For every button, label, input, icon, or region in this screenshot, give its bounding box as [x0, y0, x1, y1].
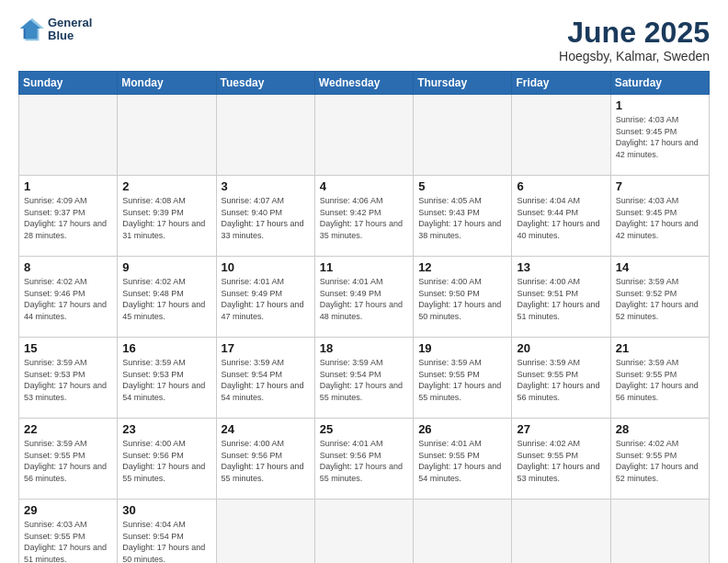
day-info: Sunrise: 4:04 AMSunset: 9:54 PMDaylight:… — [122, 519, 210, 563]
day-number: 6 — [517, 179, 605, 193]
day-info: Sunrise: 3:59 AMSunset: 9:54 PMDaylight:… — [320, 357, 408, 403]
calendar-cell: 30Sunrise: 4:04 AMSunset: 9:54 PMDayligh… — [118, 500, 216, 563]
day-number: 5 — [418, 179, 506, 193]
calendar-cell: 5Sunrise: 4:05 AMSunset: 9:43 PMDaylight… — [414, 176, 512, 257]
day-number: 4 — [320, 179, 408, 193]
day-info: Sunrise: 3:59 AMSunset: 9:52 PMDaylight:… — [616, 276, 704, 322]
day-number: 11 — [320, 260, 408, 274]
calendar-table: SundayMondayTuesdayWednesdayThursdayFrid… — [18, 71, 710, 563]
calendar-cell: 18Sunrise: 3:59 AMSunset: 9:54 PMDayligh… — [314, 338, 413, 419]
calendar-cell: 10Sunrise: 4:01 AMSunset: 9:49 PMDayligh… — [216, 257, 314, 338]
calendar-week-row: 1Sunrise: 4:09 AMSunset: 9:37 PMDaylight… — [19, 176, 710, 257]
calendar-subtitle: Hoegsby, Kalmar, Sweden — [559, 49, 710, 63]
weekday-header-row: SundayMondayTuesdayWednesdayThursdayFrid… — [19, 72, 710, 95]
title-block: June 2025 Hoegsby, Kalmar, Sweden — [559, 17, 710, 63]
calendar-cell: 4Sunrise: 4:06 AMSunset: 9:42 PMDaylight… — [314, 176, 413, 257]
calendar-cell: 28Sunrise: 4:02 AMSunset: 9:55 PMDayligh… — [610, 419, 709, 500]
day-info: Sunrise: 3:59 AMSunset: 9:55 PMDaylight:… — [24, 438, 112, 484]
day-number: 28 — [616, 422, 704, 436]
calendar-cell — [610, 500, 709, 563]
day-number: 9 — [122, 260, 210, 274]
calendar-cell: 27Sunrise: 4:02 AMSunset: 9:55 PMDayligh… — [512, 419, 610, 500]
logo-text: General Blue — [48, 17, 92, 43]
day-number: 25 — [320, 422, 408, 436]
calendar-week-row: 29Sunrise: 4:03 AMSunset: 9:55 PMDayligh… — [19, 500, 710, 563]
weekday-header: Monday — [118, 72, 216, 95]
weekday-header: Thursday — [414, 72, 512, 95]
calendar-cell: 22Sunrise: 3:59 AMSunset: 9:55 PMDayligh… — [19, 419, 118, 500]
calendar-cell: 6Sunrise: 4:04 AMSunset: 9:44 PMDaylight… — [512, 176, 610, 257]
day-info: Sunrise: 4:09 AMSunset: 9:37 PMDaylight:… — [24, 195, 112, 241]
day-info: Sunrise: 3:59 AMSunset: 9:53 PMDaylight:… — [24, 357, 112, 403]
calendar-cell: 15Sunrise: 3:59 AMSunset: 9:53 PMDayligh… — [19, 338, 118, 419]
day-info: Sunrise: 4:03 AMSunset: 9:55 PMDaylight:… — [24, 519, 112, 563]
day-number: 20 — [517, 341, 605, 355]
calendar-cell: 26Sunrise: 4:01 AMSunset: 9:55 PMDayligh… — [414, 419, 512, 500]
day-number: 23 — [122, 422, 210, 436]
calendar-cell — [512, 500, 610, 563]
day-number: 15 — [24, 341, 112, 355]
calendar-cell: 16Sunrise: 3:59 AMSunset: 9:53 PMDayligh… — [118, 338, 216, 419]
calendar-cell: 13Sunrise: 4:00 AMSunset: 9:51 PMDayligh… — [512, 257, 610, 338]
calendar-cell: 19Sunrise: 3:59 AMSunset: 9:55 PMDayligh… — [414, 338, 512, 419]
day-info: Sunrise: 4:02 AMSunset: 9:48 PMDaylight:… — [122, 276, 210, 322]
day-number: 24 — [222, 422, 310, 436]
day-info: Sunrise: 3:59 AMSunset: 9:54 PMDaylight:… — [222, 357, 310, 403]
calendar-cell: 12Sunrise: 4:00 AMSunset: 9:50 PMDayligh… — [414, 257, 512, 338]
day-number: 18 — [320, 341, 408, 355]
calendar-cell: 1Sunrise: 4:09 AMSunset: 9:37 PMDaylight… — [19, 176, 118, 257]
day-number: 17 — [222, 341, 310, 355]
calendar-cell — [314, 95, 413, 176]
calendar-week-row: 22Sunrise: 3:59 AMSunset: 9:55 PMDayligh… — [19, 419, 710, 500]
calendar-week-row: 1Sunrise: 4:03 AMSunset: 9:45 PMDaylight… — [19, 95, 710, 176]
day-number: 22 — [24, 422, 112, 436]
day-number: 16 — [122, 341, 210, 355]
day-number: 13 — [517, 260, 605, 274]
calendar-cell: 3Sunrise: 4:07 AMSunset: 9:40 PMDaylight… — [216, 176, 314, 257]
calendar-week-row: 15Sunrise: 3:59 AMSunset: 9:53 PMDayligh… — [19, 338, 710, 419]
day-number: 29 — [24, 503, 112, 517]
weekday-header: Friday — [512, 72, 610, 95]
header: General Blue June 2025 Hoegsby, Kalmar, … — [18, 17, 710, 63]
day-info: Sunrise: 4:01 AMSunset: 9:49 PMDaylight:… — [222, 276, 310, 322]
day-info: Sunrise: 3:59 AMSunset: 9:55 PMDaylight:… — [517, 357, 605, 403]
calendar-cell — [216, 95, 314, 176]
calendar-week-row: 8Sunrise: 4:02 AMSunset: 9:46 PMDaylight… — [19, 257, 710, 338]
calendar-cell: 21Sunrise: 3:59 AMSunset: 9:55 PMDayligh… — [610, 338, 709, 419]
day-number: 19 — [418, 341, 506, 355]
weekday-header: Saturday — [610, 72, 709, 95]
day-info: Sunrise: 4:02 AMSunset: 9:46 PMDaylight:… — [24, 276, 112, 322]
calendar-cell: 7Sunrise: 4:03 AMSunset: 9:45 PMDaylight… — [610, 176, 709, 257]
calendar-cell: 2Sunrise: 4:08 AMSunset: 9:39 PMDaylight… — [118, 176, 216, 257]
calendar-cell — [512, 95, 610, 176]
day-number: 14 — [616, 260, 704, 274]
day-info: Sunrise: 4:02 AMSunset: 9:55 PMDaylight:… — [616, 438, 704, 484]
day-info: Sunrise: 4:00 AMSunset: 9:50 PMDaylight:… — [418, 276, 506, 322]
calendar-cell: 25Sunrise: 4:01 AMSunset: 9:56 PMDayligh… — [314, 419, 413, 500]
day-number: 30 — [122, 503, 210, 517]
calendar-cell — [216, 500, 314, 563]
day-number: 3 — [222, 179, 310, 193]
day-info: Sunrise: 4:04 AMSunset: 9:44 PMDaylight:… — [517, 195, 605, 241]
calendar-cell — [19, 95, 118, 176]
day-info: Sunrise: 4:00 AMSunset: 9:56 PMDaylight:… — [122, 438, 210, 484]
day-info: Sunrise: 4:01 AMSunset: 9:55 PMDaylight:… — [418, 438, 506, 484]
calendar-cell: 9Sunrise: 4:02 AMSunset: 9:48 PMDaylight… — [118, 257, 216, 338]
page: General Blue June 2025 Hoegsby, Kalmar, … — [0, 0, 728, 563]
day-number: 1 — [24, 179, 112, 193]
day-info: Sunrise: 3:59 AMSunset: 9:55 PMDaylight:… — [616, 357, 704, 403]
weekday-header: Tuesday — [216, 72, 314, 95]
day-number: 12 — [418, 260, 506, 274]
calendar-cell — [118, 95, 216, 176]
calendar-cell: 20Sunrise: 3:59 AMSunset: 9:55 PMDayligh… — [512, 338, 610, 419]
calendar-cell: 24Sunrise: 4:00 AMSunset: 9:56 PMDayligh… — [216, 419, 314, 500]
calendar-cell: 14Sunrise: 3:59 AMSunset: 9:52 PMDayligh… — [610, 257, 709, 338]
calendar-cell: 29Sunrise: 4:03 AMSunset: 9:55 PMDayligh… — [19, 500, 118, 563]
logo: General Blue — [18, 17, 92, 43]
day-info: Sunrise: 4:06 AMSunset: 9:42 PMDaylight:… — [320, 195, 408, 241]
day-info: Sunrise: 4:01 AMSunset: 9:56 PMDaylight:… — [320, 438, 408, 484]
day-number: 27 — [517, 422, 605, 436]
calendar-cell: 1Sunrise: 4:03 AMSunset: 9:45 PMDaylight… — [610, 95, 709, 176]
day-number: 1 — [616, 98, 704, 112]
day-info: Sunrise: 4:00 AMSunset: 9:51 PMDaylight:… — [517, 276, 605, 322]
